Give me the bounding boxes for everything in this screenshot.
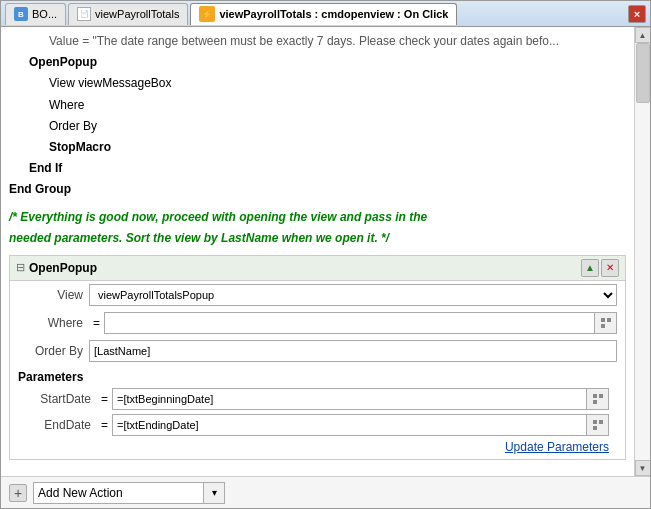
param-enddate-row: EndDate = xyxy=(18,412,617,438)
main-window: B BO... 📄 viewPayrollTotals ⚡ viewPayrol… xyxy=(0,0,651,509)
tab-action[interactable]: ⚡ viewPayrollTotals : cmdopenview : On C… xyxy=(190,3,457,25)
where-equals: = xyxy=(89,316,104,330)
code-line-where1: Where xyxy=(9,95,626,116)
param-enddate-wrapper: = xyxy=(97,414,609,436)
comment-line1: /* Everything is good now, proceed with … xyxy=(9,207,626,228)
svg-rect-0 xyxy=(601,318,605,322)
svg-rect-1 xyxy=(607,318,611,322)
move-up-button[interactable]: ▲ xyxy=(581,259,599,277)
code-line-endgroup: End Group xyxy=(9,179,626,200)
code-line-value: Value = "The date range between must be … xyxy=(9,31,626,52)
param-enddate-label: EndDate xyxy=(26,418,91,432)
comment-line2: needed parameters. Sort the view by Last… xyxy=(9,228,626,249)
param-startdate-row: StartDate = xyxy=(18,386,617,412)
comment-block: /* Everything is good now, proceed with … xyxy=(9,207,626,249)
scroll-thumb[interactable] xyxy=(636,43,650,103)
view-row: View viewPayrollTotalsPopup xyxy=(10,281,625,309)
scroll-up-button[interactable]: ▲ xyxy=(635,27,651,43)
tab-vp-label: viewPayrollTotals xyxy=(95,8,179,20)
tab-bo[interactable]: B BO... xyxy=(5,3,66,25)
svg-rect-8 xyxy=(593,426,597,430)
update-params-link[interactable]: Update Parameters xyxy=(18,438,617,456)
enddate-equals: = xyxy=(97,418,112,432)
tab-bo-label: BO... xyxy=(32,8,57,20)
where-row: Where = xyxy=(10,309,625,337)
param-enddate-input[interactable] xyxy=(112,414,587,436)
builder-icon2 xyxy=(592,393,604,405)
svg-rect-3 xyxy=(593,394,597,398)
orderby-row: Order By xyxy=(10,337,625,365)
open-popup-section: ⊟ OpenPopup ▲ ✕ View viewPayrollTotalsPo… xyxy=(9,255,626,460)
where-label: Where xyxy=(18,316,83,330)
param-startdate-input[interactable] xyxy=(112,388,587,410)
scroll-down-button[interactable]: ▼ xyxy=(635,460,651,476)
code-line-stopmacro: StopMacro xyxy=(9,137,626,158)
orderby-input[interactable] xyxy=(89,340,617,362)
svg-rect-7 xyxy=(599,420,603,424)
add-action-dropdown-btn[interactable]: ▾ xyxy=(203,482,225,504)
svg-rect-4 xyxy=(599,394,603,398)
content-area: Value = "The date range between must be … xyxy=(1,27,650,476)
title-bar: B BO... 📄 viewPayrollTotals ⚡ viewPayrol… xyxy=(1,1,650,27)
where-input[interactable] xyxy=(104,312,595,334)
params-label: Parameters xyxy=(18,368,617,386)
action-icon: ⚡ xyxy=(199,6,215,22)
section-header: ⊟ OpenPopup ▲ ✕ xyxy=(10,256,625,281)
param-startdate-label: StartDate xyxy=(26,392,91,406)
where-input-wrapper: = xyxy=(89,312,617,334)
tab-action-label: viewPayrollTotals : cmdopenview : On Cli… xyxy=(219,8,448,20)
orderby-label: Order By xyxy=(18,344,83,358)
builder-icon xyxy=(600,317,612,329)
collapse-icon[interactable]: ⊟ xyxy=(16,261,25,274)
svg-rect-6 xyxy=(593,420,597,424)
startdate-builder-btn[interactable] xyxy=(587,388,609,410)
add-action-wrapper: ▾ xyxy=(33,482,225,504)
startdate-equals: = xyxy=(97,392,112,406)
tab-viewpayrolltotals[interactable]: 📄 viewPayrollTotals xyxy=(68,3,188,25)
view-select[interactable]: viewPayrollTotalsPopup xyxy=(89,284,617,306)
params-section: Parameters StartDate = xyxy=(10,365,625,459)
bottom-bar: + ▾ xyxy=(1,476,650,508)
vp-icon: 📄 xyxy=(77,7,91,21)
svg-rect-5 xyxy=(593,400,597,404)
scrollbar: ▲ ▼ xyxy=(634,27,650,476)
view-label: View xyxy=(18,288,83,302)
svg-rect-2 xyxy=(601,324,605,328)
code-line-orderby1: Order By xyxy=(9,116,626,137)
view-select-wrapper: viewPayrollTotalsPopup xyxy=(89,284,617,306)
where-builder-btn[interactable] xyxy=(595,312,617,334)
close-button[interactable]: × xyxy=(628,5,646,23)
code-line-endif: End If xyxy=(9,158,626,179)
main-panel: Value = "The date range between must be … xyxy=(1,27,634,476)
scroll-track[interactable] xyxy=(635,43,650,460)
add-icon-button[interactable]: + xyxy=(9,484,27,502)
builder-icon3 xyxy=(592,419,604,431)
code-line-view-messagebox: View viewMessageBox xyxy=(9,73,626,94)
enddate-builder-btn[interactable] xyxy=(587,414,609,436)
section-controls: ▲ ✕ xyxy=(581,259,619,277)
code-line-openpopup1: OpenPopup xyxy=(9,52,626,73)
section-title: OpenPopup xyxy=(29,261,97,275)
delete-button[interactable]: ✕ xyxy=(601,259,619,277)
add-new-action-input[interactable] xyxy=(33,482,203,504)
bo-icon: B xyxy=(14,7,28,21)
param-startdate-wrapper: = xyxy=(97,388,609,410)
